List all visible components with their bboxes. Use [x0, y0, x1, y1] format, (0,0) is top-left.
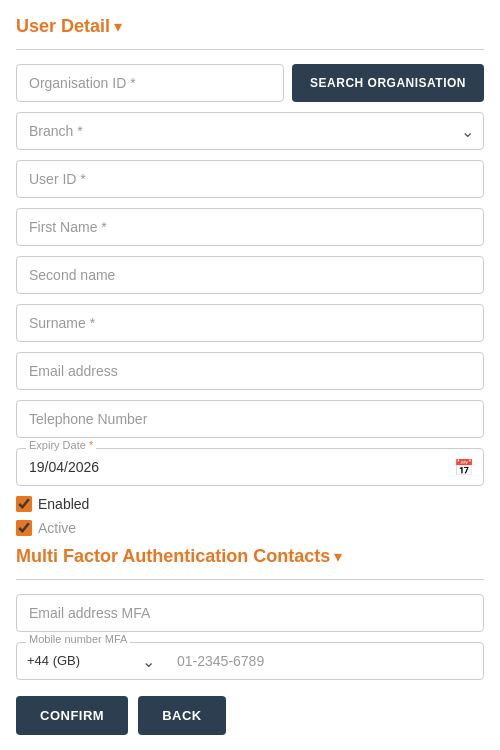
enabled-checkbox[interactable] — [16, 496, 32, 512]
branch-row: Branch * Branch 1 Branch 2 ⌄ — [16, 112, 484, 150]
user-detail-header: User Detail ▾ — [16, 16, 484, 37]
user-id-input[interactable] — [16, 160, 484, 198]
user-id-row — [16, 160, 484, 198]
mobile-country-wrapper: +44 (GB) +1 (US) +33 (FR) ⌄ — [21, 645, 161, 677]
mfa-email-input[interactable] — [16, 594, 484, 632]
user-detail-divider — [16, 49, 484, 50]
user-detail-title: User Detail — [16, 16, 110, 37]
active-label: Active — [38, 520, 76, 536]
branch-select[interactable]: Branch * Branch 1 Branch 2 — [16, 112, 484, 150]
mfa-chevron-icon: ▾ — [334, 547, 342, 566]
mobile-number-input[interactable] — [169, 645, 479, 677]
surname-row — [16, 304, 484, 342]
mfa-divider — [16, 579, 484, 580]
mfa-section: Multi Factor Authentication Contacts ▾ M… — [16, 546, 484, 680]
second-name-input[interactable] — [16, 256, 484, 294]
email-input[interactable] — [16, 352, 484, 390]
expiry-date-input[interactable] — [16, 448, 484, 486]
mfa-title: Multi Factor Authentication Contacts — [16, 546, 330, 567]
second-name-row — [16, 256, 484, 294]
user-detail-chevron-icon: ▾ — [114, 17, 122, 36]
organisation-id-input[interactable] — [16, 64, 284, 102]
expiry-date-label: Expiry Date * — [26, 439, 96, 451]
active-row: Active — [16, 520, 484, 536]
enabled-label: Enabled — [38, 496, 89, 512]
telephone-input[interactable] — [16, 400, 484, 438]
search-organisation-button[interactable]: SEARCH ORGANISATION — [292, 64, 484, 102]
back-button[interactable]: BACK — [138, 696, 226, 735]
mfa-email-row — [16, 594, 484, 632]
mobile-mfa-label: Mobile number MFA — [26, 633, 130, 645]
user-detail-section: User Detail ▾ SEARCH ORGANISATION Branch… — [16, 16, 484, 536]
telephone-row — [16, 400, 484, 438]
org-id-row: SEARCH ORGANISATION — [16, 64, 484, 102]
confirm-button[interactable]: CONFIRM — [16, 696, 128, 735]
surname-input[interactable] — [16, 304, 484, 342]
active-checkbox[interactable] — [16, 520, 32, 536]
mfa-mobile-row: Mobile number MFA +44 (GB) +1 (US) +33 (… — [16, 642, 484, 680]
mfa-header: Multi Factor Authentication Contacts ▾ — [16, 546, 484, 567]
first-name-row — [16, 208, 484, 246]
mobile-country-select[interactable]: +44 (GB) +1 (US) +33 (FR) — [21, 645, 161, 676]
enabled-row: Enabled — [16, 496, 484, 512]
first-name-input[interactable] — [16, 208, 484, 246]
email-row — [16, 352, 484, 390]
expiry-date-row: Expiry Date * 📅 — [16, 448, 484, 486]
button-row: CONFIRM BACK — [16, 696, 484, 735]
